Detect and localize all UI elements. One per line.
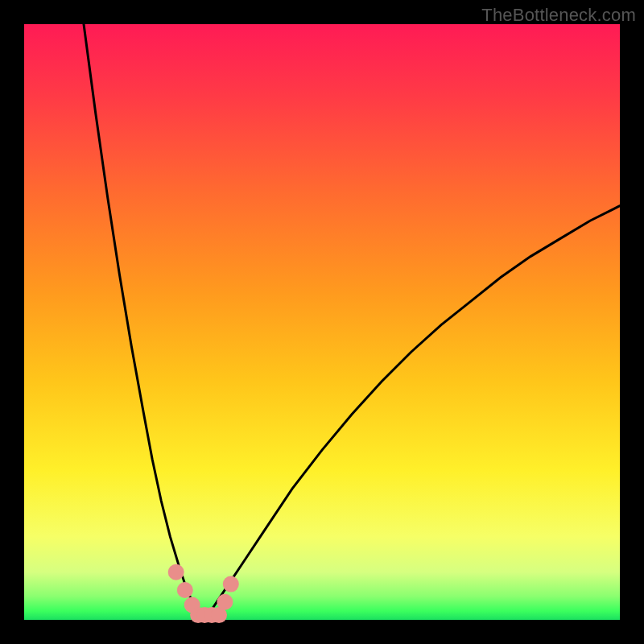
marker-dot — [217, 594, 233, 610]
marker-dot — [168, 564, 184, 580]
marker-dot — [177, 582, 193, 598]
marker-dot — [223, 576, 239, 592]
bottleneck-chart — [0, 0, 644, 644]
chart-frame: TheBottleneck.com — [0, 0, 644, 644]
watermark-text: TheBottleneck.com — [481, 5, 636, 26]
plot-background — [24, 24, 620, 620]
